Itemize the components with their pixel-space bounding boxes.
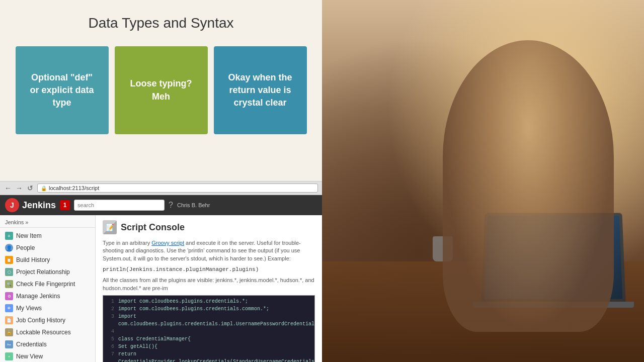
check-fingerprint-icon: 🔍 <box>5 280 13 288</box>
slide-area: Data Types and Syntax Optional "def" or … <box>0 0 322 181</box>
jenkins-top-bar: J Jenkins 1 ? Chris B. Behr <box>0 195 322 215</box>
card-3-text: Okay when the return value is crystal cl… <box>224 71 297 110</box>
left-panel: Data Types and Syntax Optional "def" or … <box>0 0 322 362</box>
sidebar-item-project-relationship[interactable]: ⬡ Project Relationship <box>0 266 95 278</box>
all-classes-text: All the classes from all the plugins are… <box>103 277 315 292</box>
url-bar[interactable]: 🔒 localhost:2113/script <box>37 184 318 193</box>
sidebar-item-people[interactable]: 👤 People <box>0 242 95 254</box>
people-icon: 👤 <box>5 244 13 252</box>
jenkins-logo: J Jenkins <box>5 198 56 212</box>
sidebar-label-my-views: My Views <box>16 305 42 312</box>
new-item-icon: + <box>5 232 13 240</box>
my-views-icon: 👁 <box>5 304 13 312</box>
credentials-icon: 🗝 <box>5 340 13 348</box>
sidebar-label-lockable-resources: Lockable Resources <box>16 329 71 336</box>
code-line-3: 3import com.cloudbees.plugins.credential… <box>105 313 312 328</box>
sidebar-item-new-view[interactable]: + New View <box>0 350 95 362</box>
code-line-6: 6 Set getAll(){ <box>105 343 312 350</box>
manage-jenkins-icon: ⚙ <box>5 292 13 300</box>
jenkins-main: Jenkins » + New Item 👤 People 📋 Build Hi… <box>0 215 322 362</box>
card-1: Optional "def" or explicit data type <box>16 46 109 134</box>
code-line-1: 1import com.cloudbees.plugins.credential… <box>105 298 312 305</box>
script-console-title: Script Console <box>121 222 185 233</box>
browser-bar: ← → ↺ 🔒 localhost:2113/script <box>0 181 322 195</box>
sidebar-label-check-fingerprint: Check File Fingerprint <box>16 281 75 288</box>
sidebar-item-lockable-resources[interactable]: 🔒 Lockable Resources <box>0 326 95 338</box>
sidebar-label-people: People <box>16 244 35 251</box>
script-console-header: 📝 Script Console <box>103 220 315 234</box>
script-console-description: Type in an arbitrary Groovy script and e… <box>103 239 315 262</box>
code-line-5: 5class CredentialManager{ <box>105 335 312 343</box>
code-line-2: 2import com.cloudbees.plugins.credential… <box>105 305 312 313</box>
reload-button[interactable]: ↺ <box>26 184 34 192</box>
slide-title: Data Types and Syntax <box>89 15 234 31</box>
build-history-icon: 📋 <box>5 256 13 264</box>
jenkins-notification-badge[interactable]: 1 <box>60 200 70 210</box>
lock-icon: 🔒 <box>41 186 47 191</box>
project-relationship-icon: ⬡ <box>5 268 13 276</box>
sidebar-label-credentials: Credentials <box>16 341 47 348</box>
sidebar-item-my-views[interactable]: 👁 My Views <box>0 302 95 314</box>
description-text-1: Type in an arbitrary <box>103 240 151 246</box>
sidebar-label-new-item: New Item <box>16 232 42 239</box>
sidebar-item-build-history[interactable]: 📋 Build History <box>0 254 95 266</box>
sidebar-label-manage-jenkins: Manage Jenkins <box>16 293 60 300</box>
person-silhouette <box>443 40 614 332</box>
sidebar-item-manage-jenkins[interactable]: ⚙ Manage Jenkins <box>0 290 95 302</box>
sidebar-item-new-item[interactable]: + New Item <box>0 230 95 242</box>
sidebar-label-project-relationship: Project Relationship <box>16 268 70 276</box>
card-3: Okay when the return value is crystal cl… <box>214 46 307 134</box>
jenkins-user-name: Chris B. Behr <box>177 202 210 208</box>
code-line-4: 4 <box>105 328 312 335</box>
sidebar-item-check-fingerprint[interactable]: 🔍 Check File Fingerprint <box>0 278 95 290</box>
cards-container: Optional "def" or explicit data type Loo… <box>10 46 312 134</box>
card-1-text: Optional "def" or explicit data type <box>26 71 99 110</box>
jenkins-content: 📝 Script Console Type in an arbitrary Gr… <box>96 215 322 362</box>
jenkins-search-input[interactable] <box>74 200 165 211</box>
right-panel-photo <box>322 0 644 362</box>
jenkins-logo-text: Jenkins <box>22 200 56 211</box>
job-config-icon: 📄 <box>5 316 13 324</box>
groovy-link[interactable]: Groovy script <box>151 240 184 246</box>
card-2-text: Loose typing? Meh <box>125 77 198 103</box>
jenkins-sidebar: Jenkins » + New Item 👤 People 📋 Build Hi… <box>0 215 96 362</box>
script-console-icon: 📝 <box>103 220 117 234</box>
sidebar-item-job-config[interactable]: 📄 Job Config History <box>0 314 95 326</box>
sidebar-label-job-config: Job Config History <box>16 317 65 324</box>
example-code: println(Jenkins.instance.pluginManager.p… <box>103 266 315 273</box>
breadcrumb: Jenkins » <box>0 217 95 228</box>
jenkins-logo-icon: J <box>5 198 19 212</box>
photo-overlay <box>322 0 644 362</box>
jenkins-help-button[interactable]: ? <box>169 201 173 210</box>
sidebar-item-credentials[interactable]: 🗝 Credentials <box>0 338 95 350</box>
back-button[interactable]: ← <box>4 184 12 192</box>
card-2: Loose typing? Meh <box>115 46 208 134</box>
jenkins-area: J Jenkins 1 ? Chris B. Behr Jenkins » + … <box>0 195 322 362</box>
url-text: localhost:2113/script <box>49 185 99 191</box>
sidebar-label-build-history: Build History <box>16 256 50 263</box>
sidebar-label-new-view: New View <box>16 353 43 360</box>
lockable-resources-icon: 🔒 <box>5 328 13 336</box>
new-view-icon: + <box>5 352 13 360</box>
code-line-7: 7 return CredentialsProvider.lookupCrede… <box>105 350 312 362</box>
forward-button[interactable]: → <box>15 184 23 192</box>
script-editor[interactable]: 1import com.cloudbees.plugins.credential… <box>103 295 315 362</box>
